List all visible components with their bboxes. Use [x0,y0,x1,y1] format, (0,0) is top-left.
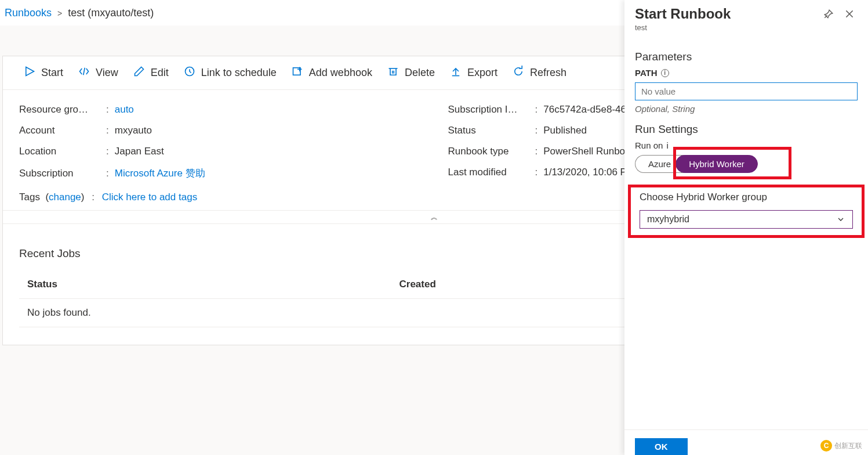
blade-subtitle: test [635,23,816,32]
clock-icon [184,66,195,80]
blade-body: Parameters PATH i Optional, String Run S… [624,35,868,429]
refresh-button[interactable]: Refresh [506,62,573,85]
loc-value: Japan East [115,146,420,157]
close-button[interactable] [841,6,858,22]
edit-button[interactable]: Edit [126,62,176,85]
watermark-text: 创新互联 [834,441,862,451]
rg-key: Resource gro… [19,104,100,115]
webhook-label: Add webhook [309,67,372,79]
lm-key: Last modified [448,167,529,178]
blade-header: Start Runbook test [624,0,868,35]
rg-value[interactable]: auto [115,104,420,115]
parameters-heading: Parameters [635,50,858,63]
info-icon[interactable]: i [666,140,668,150]
loc-key: Location [19,146,100,157]
hwg-label: Choose Hybrid Worker group [640,192,853,203]
breadcrumb-root[interactable]: Runbooks [5,7,52,19]
run-on-text: Run on [635,140,663,150]
run-on-hybrid-worker[interactable]: Hybrid Worker [675,155,758,173]
svg-marker-0 [26,67,34,76]
rt-key: Runbook type [448,146,529,157]
path-hint: Optional, String [635,104,858,114]
delete-label: Delete [405,67,435,79]
double-chevron-up-icon: ︽ [431,212,438,222]
info-icon[interactable]: i [661,69,669,77]
kv-resource-group: Resource gro…: auto [19,99,420,120]
sub-value[interactable]: Microsoft Azure 赞助 [115,167,420,180]
play-icon [24,66,35,80]
breadcrumb-current: test (mxyauto/test) [68,7,154,19]
kv-subscription: Subscription: Microsoft Azure 赞助 [19,162,420,185]
hwg-value: mxyhybrid [647,214,689,225]
export-icon [450,66,462,80]
tags-add-link[interactable]: Click here to add tags [102,192,197,203]
export-button[interactable]: Export [443,62,504,85]
path-label: PATH i [635,68,858,78]
kv-location: Location: Japan East [19,141,420,162]
pencil-icon [133,66,145,80]
link-schedule-button[interactable]: Link to schedule [177,62,284,85]
hwg-select[interactable]: mxyhybrid [640,210,853,229]
watermark-logo-icon: C [820,440,832,452]
stat-key: Status [448,125,529,136]
sid-key: Subscription I… [448,104,529,115]
delete-button[interactable]: Delete [380,62,442,85]
sub-key: Subscription [19,168,100,179]
export-label: Export [467,67,497,79]
pin-button[interactable] [820,6,837,22]
link-label: Link to schedule [201,67,277,79]
run-settings-heading: Run Settings [635,123,858,136]
view-button[interactable]: View [71,62,125,85]
chevron-right-icon: > [57,9,62,18]
essentials-left: Resource gro…: auto Account: mxyauto Loc… [19,99,420,185]
start-button[interactable]: Start [17,62,70,85]
close-icon [844,9,855,19]
pin-icon [823,9,834,19]
col-status[interactable]: Status [27,279,400,290]
ok-button[interactable]: OK [635,438,688,455]
refresh-icon [513,66,524,80]
blade-title: Start Runbook [635,6,816,22]
code-icon [78,66,90,80]
acct-key: Account [19,125,100,136]
run-on-toggle: Azure Hybrid Worker [635,155,758,173]
run-on-label: Run on i [635,140,858,150]
chevron-down-icon [836,215,845,224]
acct-value: mxyauto [115,125,420,136]
edit-label: Edit [151,67,169,79]
hybrid-worker-group-section: Choose Hybrid Worker group mxyhybrid [635,185,858,237]
tags-change-link[interactable]: change [49,192,81,203]
tags-label: Tags [19,192,40,203]
watermark: C 创新互联 [820,440,862,452]
start-runbook-blade: Start Runbook test Parameters PATH i Opt… [624,0,868,455]
start-label: Start [41,67,63,79]
trash-icon [387,66,399,80]
path-input[interactable] [635,82,858,100]
add-webhook-button[interactable]: Add webhook [285,62,379,85]
refresh-label: Refresh [530,67,566,79]
path-label-text: PATH [635,68,658,78]
view-label: View [96,67,118,79]
webhook-icon [292,66,303,80]
svg-line-1 [83,68,85,75]
kv-account: Account: mxyauto [19,120,420,141]
